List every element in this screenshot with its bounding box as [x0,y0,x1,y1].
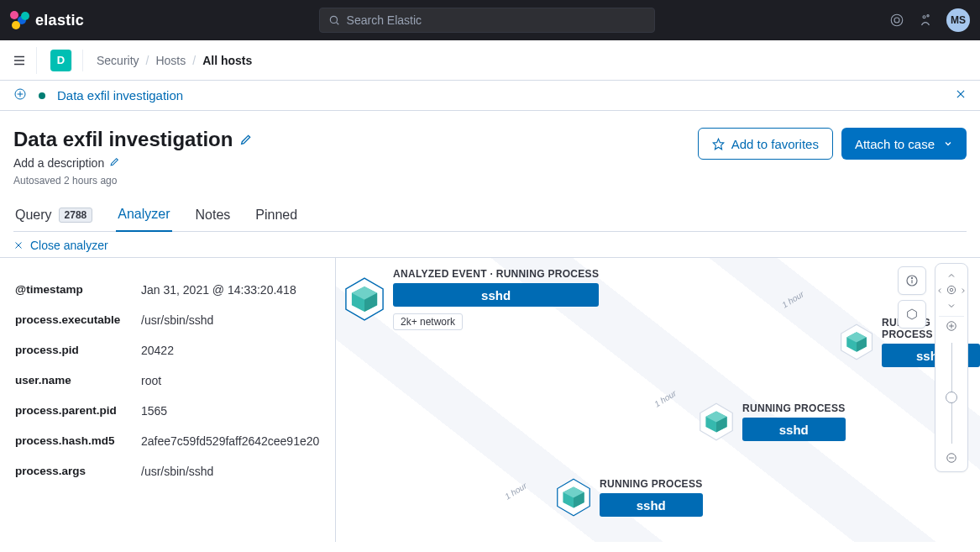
breadcrumb-security[interactable]: Security [97,54,139,67]
chevron-down-icon [943,139,953,149]
star-icon [712,138,725,150]
attach-to-case-button[interactable]: Attach to case [841,128,967,160]
close-analyzer-label: Close analyzer [30,239,108,252]
field-args-label: process.args [15,465,141,478]
process-node[interactable]: RUNNING PROCESS sshd [699,402,846,441]
svg-point-37 [947,286,955,293]
tab-pinned-label: Pinned [255,208,297,223]
svg-marker-36 [908,309,917,319]
query-count-badge: 2788 [59,208,93,223]
process-node[interactable]: RUNNING PROCESS sshd [556,478,703,517]
logo-icon [10,11,29,29]
breadcrumb-hosts[interactable]: Hosts [155,54,186,67]
tab-query[interactable]: Query 2788 [13,208,94,231]
field-user-label: user.name [15,374,141,387]
schema-button[interactable] [898,300,926,329]
help-icon[interactable] [918,13,933,28]
brand-name: elastic [35,12,84,29]
process-node-analyzed[interactable]: ANALYZED EVENT · RUNNING PROCESS sshd 2k… [344,268,599,330]
center-button[interactable] [946,284,957,298]
edge-label-1hour: 1 hour [652,388,678,408]
breadcrumb: Security / Hosts / All hosts [97,54,252,67]
field-pid-value: 20422 [141,344,335,357]
tab-analyzer-label: Analyzer [118,207,170,222]
add-to-favorites-button[interactable]: Add to favorites [698,128,833,160]
field-ppid-label: process.parent.pid [15,404,141,418]
avatar-initials: MS [951,14,966,26]
node-process-name: sshd [600,493,703,517]
field-executable-label: process.executable [15,313,141,327]
tab-notes-label: Notes [196,208,231,223]
analyzer-canvas[interactable]: 1 hour 1 hour 1 hour ANALYZED EVENT · RU… [336,258,980,542]
edit-description-icon[interactable] [109,156,120,170]
close-analyzer-button[interactable]: Close analyzer [0,232,980,258]
zoom-in-button[interactable] [946,320,957,334]
menu-button[interactable] [10,47,37,74]
node-event-count[interactable]: 2k+ network [393,313,463,330]
pan-left-button[interactable] [935,284,944,297]
breadcrumb-allhosts: All hosts [202,54,252,67]
field-executable-value: /usr/sbin/sshd [141,313,335,327]
edge-label-1hour: 1 hour [780,289,805,309]
space-selector[interactable]: D [50,50,72,71]
field-timestamp-label: @timestamp [15,283,141,297]
process-icon [556,478,591,517]
brand-logo[interactable]: elastic [10,11,84,29]
pan-up-button[interactable] [935,269,967,282]
svg-point-38 [950,288,953,292]
status-dot [39,92,45,99]
edit-title-icon[interactable] [239,128,253,151]
timeline-link[interactable]: Data exfil investigation [57,88,183,103]
svg-point-35 [911,277,912,278]
node-label: RUNNING PROCESS [742,402,846,414]
field-timestamp-value: Jan 31, 2021 @ 14:33:20.418 [141,283,335,297]
tab-pinned[interactable]: Pinned [254,208,299,231]
add-timeline-icon[interactable] [13,87,27,103]
news-icon[interactable] [889,13,904,28]
field-pid-label: process.pid [15,344,141,357]
tab-query-label: Query [15,208,52,223]
search-placeholder: Search Elastic [347,13,422,27]
search-input[interactable]: Search Elastic [319,8,655,33]
pan-down-button[interactable] [935,299,967,313]
close-icon [13,240,24,250]
page-title: Data exfil investigation [13,128,253,151]
search-icon [328,14,340,26]
edge-label-1hour: 1 hour [503,481,528,501]
tab-notes[interactable]: Notes [194,208,233,231]
zoom-slider[interactable] [935,334,967,452]
add-description[interactable]: Add a description [13,156,104,170]
attach-label: Attach to case [855,137,935,151]
node-label: RUNNING PROCESS [600,478,703,490]
field-ppid-value: 1565 [141,404,335,418]
node-process-name: sshd [742,418,846,441]
field-user-value: root [141,374,335,387]
node-label: ANALYZED EVENT · RUNNING PROCESS [393,268,599,280]
svg-point-3 [894,18,899,23]
svg-point-5 [927,15,929,17]
svg-marker-14 [713,139,724,150]
field-md5-label: process.hash.md5 [15,434,141,448]
svg-point-2 [891,14,903,26]
process-icon [840,323,873,361]
space-letter: D [57,54,65,66]
node-process-name: sshd [393,283,599,307]
svg-point-4 [923,16,925,18]
page-title-text: Data exfil investigation [13,128,233,151]
info-button[interactable] [898,266,926,295]
process-icon [344,276,385,322]
avatar[interactable]: MS [946,8,970,32]
field-md5-value: 2afee7c59fd529faff2642cee91e20 [141,434,335,448]
fav-label: Add to favorites [731,137,819,151]
pan-right-button[interactable] [959,284,967,297]
zoom-out-button[interactable] [946,452,957,466]
field-args-value: /usr/sbin/sshd [141,465,335,478]
svg-point-0 [330,16,337,23]
process-icon [699,402,734,441]
event-details-panel: @timestamp Jan 31, 2021 @ 14:33:20.418 p… [0,258,336,542]
zoom-panel [935,263,968,472]
close-banner-icon[interactable] [955,88,967,103]
svg-line-1 [336,23,338,25]
autosaved-text: Autosaved 2 hours ago [13,175,253,187]
tab-analyzer[interactable]: Analyzer [116,207,171,232]
